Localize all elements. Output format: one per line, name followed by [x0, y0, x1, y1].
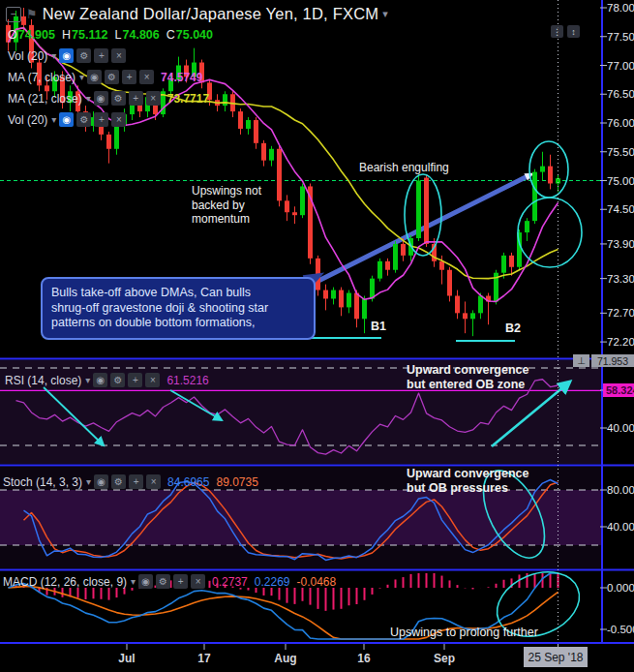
rsi-label: RSI (14, close) [5, 374, 81, 387]
chevron-down-icon[interactable]: ▾ [131, 576, 136, 587]
plus-icon[interactable]: + [129, 91, 143, 106]
ohlc-row: O74.905 H75.112 L74.806 C75.040 [8, 26, 213, 43]
low-price-tag: 71.953 [591, 354, 634, 367]
eye-icon[interactable]: ◉ [138, 574, 153, 589]
gear-icon[interactable]: ⚙ [105, 70, 119, 84]
callout-note: Bulls take-off above DMAs, Can bulls shr… [41, 277, 316, 340]
time-axis-label: 16 [357, 652, 370, 665]
price-axis-label: 72.700 [607, 307, 634, 319]
close-icon[interactable]: × [146, 91, 161, 106]
legend-vol: Vol (20) ▾ ◉ ⚙ + × [8, 111, 126, 128]
price-axis-label: 78.000 [607, 2, 634, 14]
eye-icon[interactable]: ◉ [94, 91, 108, 106]
close-icon[interactable]: × [111, 48, 126, 63]
plus-icon[interactable]: + [94, 48, 108, 63]
vol-label: Vol (20) [8, 49, 47, 63]
gear-icon[interactable]: ⚙ [111, 474, 126, 489]
b2-label: B2 [505, 321, 521, 336]
upswings-momentum-note: Upswings not backed by momentum [192, 184, 261, 227]
chevron-down-icon[interactable]: ▾ [382, 8, 388, 20]
chevron-down-icon[interactable]: ▾ [86, 93, 91, 104]
close-icon[interactable]: × [145, 373, 160, 387]
high-label: H [62, 28, 71, 42]
stoch-label: Stoch (14, 3, 3) [3, 475, 82, 489]
open-value: 74.905 [18, 28, 55, 42]
time-axis-label: Aug [274, 652, 296, 665]
rsi-annotation: Upward convergence but entered OB zone [407, 363, 528, 393]
ma7-value: 74.5749 [161, 71, 202, 84]
time-axis-label: Sep [434, 652, 455, 665]
title-bar: − ⚑ New Zealand Dollar/Japanese Yen, 1D,… [6, 6, 388, 22]
chevron-down-icon[interactable]: ▾ [79, 72, 84, 82]
plus-icon[interactable]: + [94, 112, 108, 127]
rsi-value: 61.5216 [166, 374, 208, 387]
chevron-down-icon[interactable]: ▾ [85, 375, 90, 385]
gear-icon[interactable]: ⚙ [111, 91, 126, 106]
plus-icon[interactable]: + [129, 474, 143, 489]
gear-icon[interactable]: ⚙ [76, 112, 91, 127]
scale-updown-icon[interactable]: ↕ [567, 25, 580, 38]
time-axis-label: Jul [118, 652, 135, 665]
price-axis-label: 77.000 [607, 60, 634, 72]
ma21-label: MA (21, close) [8, 92, 82, 106]
chart-window: − ⚑ New Zealand Dollar/Japanese Yen, 1D,… [0, 0, 634, 672]
macd-axis-label: 0.0000 [607, 582, 634, 594]
low-anchor-icon: ⊥ [573, 354, 589, 367]
rsi-axis-label: 40.0000 [607, 422, 634, 434]
ma7-label: MA (7, close) [8, 71, 75, 84]
stoch-k-value: 84.6965 [167, 475, 209, 489]
macd-label: MACD (12, 26, close, 9) [3, 575, 127, 589]
vol-label: Vol (20) [8, 113, 47, 127]
close-icon[interactable]: × [146, 474, 161, 489]
plus-icon[interactable]: + [128, 373, 142, 387]
high-value: 75.112 [72, 28, 108, 42]
macd-axis-label: -0.5000 [607, 624, 634, 635]
eye-icon[interactable]: ◉ [59, 112, 74, 127]
close-icon[interactable]: × [111, 112, 126, 127]
price-axis-label: 74.500 [607, 203, 634, 215]
price-axis-label: 73.900 [607, 238, 634, 250]
stoch-annotation: Upward convergence but OB pressures [407, 467, 528, 497]
symbol-title[interactable]: New Zealand Dollar/Japanese Yen, 1D, FXC… [43, 5, 379, 23]
price-axis-label: 76.000 [607, 117, 634, 129]
stoch-axis-label: 40.0000 [607, 521, 634, 533]
scale-drag-icon[interactable]: ⋮ [551, 25, 563, 38]
eye-icon[interactable]: ◉ [87, 70, 102, 84]
close-value: 75.040 [176, 28, 213, 42]
close-icon[interactable]: × [191, 574, 205, 589]
macd-value: 0.2269 [255, 575, 290, 589]
collapse-icon[interactable]: − [6, 7, 21, 22]
symbol-flag-icon: ⚑ [26, 7, 38, 21]
macd-signal-value: -0.0468 [296, 575, 336, 589]
time-axis-label: 17 [197, 652, 210, 665]
b1-label: B1 [371, 320, 386, 334]
macd-header: MACD (12, 26, close, 9) ▾ ◉ ⚙ + × 0.2737… [3, 573, 336, 590]
legend-vol-top: Vol (20) ▾ ◉ ⚙ + × [8, 47, 126, 64]
plus-icon[interactable]: + [173, 574, 188, 589]
price-axis-label: 75.500 [607, 146, 634, 158]
price-axis-label: 72.200 [607, 336, 634, 348]
close-icon[interactable]: × [139, 70, 154, 84]
eye-icon[interactable]: ◉ [94, 474, 108, 489]
gear-icon[interactable]: ⚙ [76, 48, 91, 63]
open-label: O [8, 28, 17, 42]
stoch-d-value: 89.0735 [216, 475, 257, 489]
macd-hist-value: 0.2737 [212, 575, 248, 589]
bearish-engulfing-note: Bearish engulfing [359, 161, 449, 175]
gear-icon[interactable]: ⚙ [156, 574, 170, 589]
close-label: C [166, 28, 175, 42]
eye-icon[interactable]: ◉ [93, 373, 107, 387]
plus-icon[interactable]: + [122, 70, 136, 84]
legend-ma7: MA (7, close) ▾ ◉ ⚙ + × 74.5749 [8, 69, 202, 85]
low-label: L [115, 28, 122, 42]
chevron-down-icon[interactable]: ▾ [51, 50, 56, 61]
chevron-down-icon[interactable]: ▾ [51, 114, 56, 125]
stoch-axis-label: 80.0000 [607, 484, 634, 496]
date-tag: 25 Sep '18 [524, 647, 588, 667]
chevron-down-icon[interactable]: ▾ [86, 476, 91, 487]
ma21-value: 73.7717 [167, 92, 209, 106]
eye-icon[interactable]: ◉ [59, 48, 74, 63]
gear-icon[interactable]: ⚙ [110, 373, 125, 387]
legend-ma21: MA (21, close) ▾ ◉ ⚙ + × 73.7717 [8, 90, 209, 107]
price-axis-label: 76.500 [607, 88, 634, 100]
